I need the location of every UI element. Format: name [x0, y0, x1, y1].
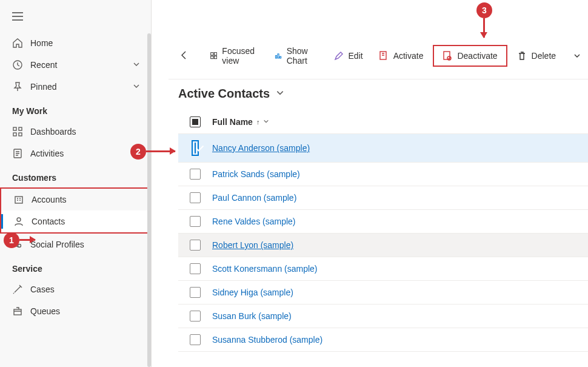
nav-pinned[interactable]: Pinned: [0, 76, 151, 98]
section-customers: Customers: [0, 164, 151, 187]
back-button[interactable]: [173, 47, 195, 66]
contact-link[interactable]: Patrick Sands (sample): [207, 169, 300, 179]
grid-body: Nancy Anderson (sample) Patrick Sands (s…: [178, 134, 588, 352]
deactivate-label: Deactivate: [457, 51, 497, 61]
edit-label: Edit: [349, 51, 363, 61]
accounts-icon: [13, 194, 24, 205]
table-row[interactable]: Scott Konersmann (sample): [178, 257, 588, 281]
row-checkbox[interactable]: [195, 143, 196, 153]
view-selector[interactable]: Active Contacts: [178, 87, 588, 110]
table-row[interactable]: Nancy Anderson (sample): [178, 134, 588, 163]
callout-box-1: Accounts Contacts: [0, 187, 151, 234]
svg-rect-5: [19, 127, 22, 130]
row-checkbox[interactable]: [190, 192, 201, 203]
nav-queues[interactable]: Queues: [0, 300, 151, 322]
row-checkbox[interactable]: [190, 240, 201, 251]
focused-view-button[interactable]: Focused view: [204, 42, 265, 69]
sidebar: Home Recent Pinned My Work Dashboards Ac…: [0, 0, 152, 367]
clock-icon: [12, 59, 23, 70]
column-fullname-label: Full Name: [212, 117, 253, 127]
home-icon: [12, 38, 23, 49]
nav-contacts[interactable]: Contacts: [1, 210, 150, 232]
hamburger-menu[interactable]: [0, 7, 151, 32]
svg-rect-20: [280, 56, 281, 58]
chevron-down-icon: [133, 82, 141, 92]
contact-link[interactable]: Rene Valdes (sample): [207, 217, 295, 226]
toolbar: Focused view Show Chart Edit Activate De…: [169, 33, 588, 79]
chart-icon: [275, 51, 281, 61]
svg-rect-17: [214, 56, 216, 59]
svg-rect-15: [214, 53, 216, 55]
contact-link[interactable]: Susan Burk (sample): [207, 311, 292, 321]
row-checkbox[interactable]: [190, 287, 201, 298]
svg-point-10: [17, 218, 21, 221]
contact-link[interactable]: Paul Cannon (sample): [207, 193, 296, 203]
contact-link[interactable]: Susanna Stubberod (sample): [207, 335, 322, 345]
row-checkbox[interactable]: [190, 169, 201, 180]
sort-ascending-icon: ↑: [256, 118, 260, 126]
callout-1: 1: [4, 232, 19, 248]
select-all-checkbox[interactable]: [190, 116, 201, 127]
show-chart-label: Show Chart: [287, 46, 318, 66]
table-row[interactable]: Susanna Stubberod (sample): [178, 328, 588, 352]
grid-header: Full Name ↑: [178, 110, 588, 134]
deactivate-button[interactable]: Deactivate: [439, 49, 501, 63]
svg-rect-9: [15, 197, 22, 203]
column-fullname[interactable]: Full Name ↑: [207, 117, 269, 127]
row-checkbox[interactable]: [190, 334, 201, 345]
dashboard-icon: [12, 126, 23, 137]
content-area: Active Contacts Full Name ↑ Nancy Anders…: [159, 79, 588, 352]
nav-social[interactable]: Social Profiles: [0, 234, 151, 255]
activate-button[interactable]: Activate: [373, 47, 430, 64]
edit-button[interactable]: Edit: [328, 47, 369, 64]
nav-pinned-label: Pinned: [30, 82, 133, 92]
callout-2-arrow: [146, 150, 175, 152]
contact-link[interactable]: Nancy Anderson (sample): [207, 143, 310, 153]
deactivate-icon: [443, 51, 452, 61]
view-title-text: Active Contacts: [178, 87, 270, 101]
contact-link[interactable]: Scott Konersmann (sample): [207, 264, 318, 274]
nav-recent-label: Recent: [30, 60, 133, 70]
nav-cases-label: Cases: [30, 285, 141, 294]
chevron-down-icon: [133, 60, 141, 70]
queues-icon: [12, 306, 23, 317]
svg-rect-7: [19, 133, 22, 136]
table-row[interactable]: Sidney Higa (sample): [178, 281, 588, 305]
nav-activities[interactable]: Activities: [0, 143, 151, 164]
contact-link[interactable]: Sidney Higa (sample): [207, 288, 293, 297]
nav-home[interactable]: Home: [0, 32, 151, 54]
contacts-icon: [13, 216, 24, 227]
table-row[interactable]: Susan Burk (sample): [178, 305, 588, 328]
scrollbar[interactable]: [147, 33, 151, 367]
nav-accounts-label: Accounts: [32, 195, 140, 204]
chevron-down-icon: [276, 89, 284, 99]
callout-3-arrow: [483, 18, 485, 38]
nav-activities-label: Activities: [30, 149, 141, 158]
nav-recent[interactable]: Recent: [0, 54, 151, 76]
table-row[interactable]: Robert Lyon (sample): [178, 234, 588, 257]
table-row[interactable]: Rene Valdes (sample): [178, 210, 588, 234]
svg-rect-19: [278, 54, 279, 58]
nav-cases[interactable]: Cases: [0, 278, 151, 300]
row-checkbox[interactable]: [190, 311, 201, 322]
callout-1-arrow: [19, 239, 35, 241]
svg-rect-4: [13, 127, 16, 130]
show-chart-button[interactable]: Show Chart: [269, 42, 324, 69]
contact-link[interactable]: Robert Lyon (sample): [207, 240, 293, 250]
nav-contacts-label: Contacts: [32, 217, 140, 226]
svg-rect-6: [13, 133, 16, 136]
table-row[interactable]: Paul Cannon (sample): [178, 186, 588, 210]
svg-rect-18: [276, 56, 277, 58]
delete-button[interactable]: Delete: [511, 47, 562, 64]
callout-2: 2: [130, 144, 146, 160]
nav-dashboards-label: Dashboards: [30, 127, 141, 136]
table-row[interactable]: Patrick Sands (sample): [178, 163, 588, 186]
edit-icon: [334, 51, 344, 61]
row-checkbox[interactable]: [190, 263, 201, 274]
row-checkbox[interactable]: [190, 216, 201, 227]
delete-split-button[interactable]: [571, 49, 583, 63]
nav-accounts[interactable]: Accounts: [1, 189, 150, 210]
nav-dashboards[interactable]: Dashboards: [0, 121, 151, 143]
focused-view-icon: [210, 51, 217, 61]
pin-icon: [12, 81, 23, 92]
